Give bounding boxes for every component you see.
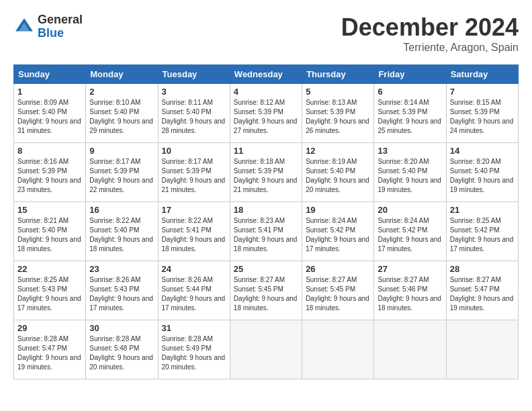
day-info: Sunrise: 8:12 AMSunset: 5:39 PMDaylight:… [234, 98, 298, 136]
day-number: 29 [17, 323, 82, 333]
header-saturday: Saturday [446, 65, 518, 84]
header-wednesday: Wednesday [230, 65, 302, 84]
day-number: 7 [450, 87, 515, 97]
page-header: General Blue December 2024 Terriente, Ar… [13, 13, 519, 54]
day-info: Sunrise: 8:28 AMSunset: 5:47 PMDaylight:… [17, 334, 82, 372]
day-info: Sunrise: 8:28 AMSunset: 5:48 PMDaylight:… [89, 334, 154, 372]
calendar-cell: 11Sunrise: 8:18 AMSunset: 5:39 PMDayligh… [230, 143, 302, 202]
calendar-cell: 26Sunrise: 8:27 AMSunset: 5:45 PMDayligh… [302, 261, 374, 320]
calendar-cell: 23Sunrise: 8:26 AMSunset: 5:43 PMDayligh… [86, 261, 158, 320]
logo-text: General Blue [38, 13, 83, 40]
day-number: 4 [234, 87, 298, 97]
calendar-cell: 8Sunrise: 8:16 AMSunset: 5:39 PMDaylight… [14, 143, 86, 202]
day-info: Sunrise: 8:24 AMSunset: 5:42 PMDaylight:… [306, 216, 370, 254]
title-block: December 2024 Terriente, Aragon, Spain [341, 13, 519, 54]
day-info: Sunrise: 8:27 AMSunset: 5:45 PMDaylight:… [234, 275, 298, 313]
day-info: Sunrise: 8:28 AMSunset: 5:49 PMDaylight:… [162, 334, 226, 372]
week-row-2: 8Sunrise: 8:16 AMSunset: 5:39 PMDaylight… [14, 143, 519, 202]
day-number: 14 [450, 146, 515, 156]
day-info: Sunrise: 8:27 AMSunset: 5:46 PMDaylight:… [378, 275, 442, 313]
day-number: 26 [306, 264, 370, 274]
day-number: 11 [234, 146, 298, 156]
week-row-3: 15Sunrise: 8:21 AMSunset: 5:40 PMDayligh… [14, 202, 519, 261]
calendar-cell: 7Sunrise: 8:15 AMSunset: 5:39 PMDaylight… [446, 84, 518, 143]
day-info: Sunrise: 8:24 AMSunset: 5:42 PMDaylight:… [378, 216, 442, 254]
calendar-cell: 10Sunrise: 8:17 AMSunset: 5:39 PMDayligh… [158, 143, 230, 202]
day-number: 31 [162, 323, 226, 333]
calendar-cell [302, 320, 374, 379]
month-title: December 2024 [341, 13, 519, 42]
day-number: 5 [306, 87, 370, 97]
calendar-cell: 15Sunrise: 8:21 AMSunset: 5:40 PMDayligh… [14, 202, 86, 261]
day-number: 30 [89, 323, 154, 333]
day-number: 18 [234, 205, 298, 215]
calendar-cell: 14Sunrise: 8:20 AMSunset: 5:40 PMDayligh… [446, 143, 518, 202]
day-info: Sunrise: 8:23 AMSunset: 5:41 PMDaylight:… [234, 216, 298, 254]
day-number: 6 [378, 87, 442, 97]
week-row-5: 29Sunrise: 8:28 AMSunset: 5:47 PMDayligh… [14, 320, 519, 379]
day-info: Sunrise: 8:25 AMSunset: 5:43 PMDaylight:… [17, 275, 82, 313]
day-info: Sunrise: 8:17 AMSunset: 5:39 PMDaylight:… [89, 157, 154, 195]
day-info: Sunrise: 8:19 AMSunset: 5:40 PMDaylight:… [306, 157, 370, 195]
calendar-cell: 28Sunrise: 8:27 AMSunset: 5:47 PMDayligh… [446, 261, 518, 320]
calendar-cell: 19Sunrise: 8:24 AMSunset: 5:42 PMDayligh… [302, 202, 374, 261]
header-friday: Friday [374, 65, 446, 84]
calendar-cell: 4Sunrise: 8:12 AMSunset: 5:39 PMDaylight… [230, 84, 302, 143]
day-info: Sunrise: 8:13 AMSunset: 5:39 PMDaylight:… [306, 98, 370, 136]
calendar-cell: 20Sunrise: 8:24 AMSunset: 5:42 PMDayligh… [374, 202, 446, 261]
day-info: Sunrise: 8:20 AMSunset: 5:40 PMDaylight:… [450, 157, 515, 195]
logo: General Blue [13, 13, 83, 40]
week-row-4: 22Sunrise: 8:25 AMSunset: 5:43 PMDayligh… [14, 261, 519, 320]
day-number: 17 [162, 205, 226, 215]
calendar-cell: 29Sunrise: 8:28 AMSunset: 5:47 PMDayligh… [14, 320, 86, 379]
day-number: 2 [89, 87, 154, 97]
day-number: 27 [378, 264, 442, 274]
day-info: Sunrise: 8:25 AMSunset: 5:42 PMDaylight:… [450, 216, 515, 254]
day-info: Sunrise: 8:17 AMSunset: 5:39 PMDaylight:… [162, 157, 226, 195]
day-info: Sunrise: 8:22 AMSunset: 5:40 PMDaylight:… [89, 216, 154, 254]
day-number: 8 [17, 146, 82, 156]
calendar-cell: 3Sunrise: 8:11 AMSunset: 5:40 PMDaylight… [158, 84, 230, 143]
day-info: Sunrise: 8:26 AMSunset: 5:43 PMDaylight:… [89, 275, 154, 313]
day-number: 12 [306, 146, 370, 156]
calendar-cell: 13Sunrise: 8:20 AMSunset: 5:40 PMDayligh… [374, 143, 446, 202]
day-info: Sunrise: 8:09 AMSunset: 5:40 PMDaylight:… [17, 98, 82, 136]
day-info: Sunrise: 8:16 AMSunset: 5:39 PMDaylight:… [17, 157, 82, 195]
logo-blue: Blue [38, 27, 83, 40]
calendar-cell: 9Sunrise: 8:17 AMSunset: 5:39 PMDaylight… [86, 143, 158, 202]
day-number: 16 [89, 205, 154, 215]
calendar-cell [374, 320, 446, 379]
header-tuesday: Tuesday [158, 65, 230, 84]
week-row-1: 1Sunrise: 8:09 AMSunset: 5:40 PMDaylight… [14, 84, 519, 143]
day-info: Sunrise: 8:27 AMSunset: 5:47 PMDaylight:… [450, 275, 515, 313]
day-number: 20 [378, 205, 442, 215]
calendar-cell: 5Sunrise: 8:13 AMSunset: 5:39 PMDaylight… [302, 84, 374, 143]
day-number: 9 [89, 146, 154, 156]
day-info: Sunrise: 8:21 AMSunset: 5:40 PMDaylight:… [17, 216, 82, 254]
calendar-cell: 18Sunrise: 8:23 AMSunset: 5:41 PMDayligh… [230, 202, 302, 261]
day-info: Sunrise: 8:14 AMSunset: 5:39 PMDaylight:… [378, 98, 442, 136]
calendar-cell: 17Sunrise: 8:22 AMSunset: 5:41 PMDayligh… [158, 202, 230, 261]
calendar-cell: 2Sunrise: 8:10 AMSunset: 5:40 PMDaylight… [86, 84, 158, 143]
calendar-cell: 12Sunrise: 8:19 AMSunset: 5:40 PMDayligh… [302, 143, 374, 202]
header-thursday: Thursday [302, 65, 374, 84]
day-info: Sunrise: 8:22 AMSunset: 5:41 PMDaylight:… [162, 216, 226, 254]
calendar-cell: 16Sunrise: 8:22 AMSunset: 5:40 PMDayligh… [86, 202, 158, 261]
calendar-table: SundayMondayTuesdayWednesdayThursdayFrid… [13, 64, 519, 379]
day-info: Sunrise: 8:27 AMSunset: 5:45 PMDaylight:… [306, 275, 370, 313]
day-info: Sunrise: 8:26 AMSunset: 5:44 PMDaylight:… [162, 275, 226, 313]
header-monday: Monday [86, 65, 158, 84]
day-number: 1 [17, 87, 82, 97]
day-number: 10 [162, 146, 226, 156]
day-info: Sunrise: 8:10 AMSunset: 5:40 PMDaylight:… [89, 98, 154, 136]
day-number: 24 [162, 264, 226, 274]
calendar-cell [230, 320, 302, 379]
calendar-cell: 24Sunrise: 8:26 AMSunset: 5:44 PMDayligh… [158, 261, 230, 320]
day-number: 22 [17, 264, 82, 274]
day-number: 28 [450, 264, 515, 274]
day-number: 3 [162, 87, 226, 97]
day-number: 19 [306, 205, 370, 215]
calendar-cell: 25Sunrise: 8:27 AMSunset: 5:45 PMDayligh… [230, 261, 302, 320]
calendar-cell: 31Sunrise: 8:28 AMSunset: 5:49 PMDayligh… [158, 320, 230, 379]
day-number: 23 [89, 264, 154, 274]
